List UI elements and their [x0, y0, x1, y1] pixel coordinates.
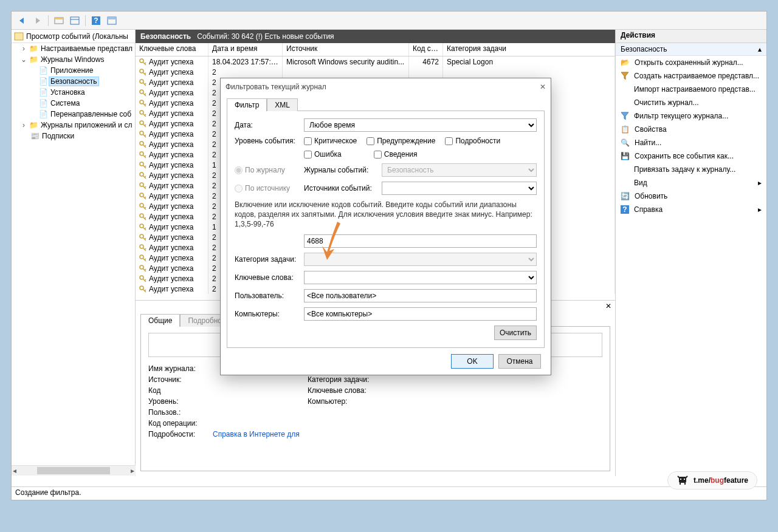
action-clear-log[interactable]: Очистить журнал...	[616, 96, 766, 109]
lbl-logname: Имя журнала:	[148, 364, 209, 373]
tree-hscroll[interactable]: ◂▸	[12, 465, 136, 476]
chk-verbose[interactable]: Подробности	[445, 137, 500, 145]
chevron-right-icon: ▸	[758, 205, 762, 214]
folder-open-icon: 📂	[621, 58, 630, 67]
keywords-select[interactable]	[304, 271, 537, 284]
lbl-user: Пользов.:	[148, 408, 209, 417]
svg-text:?: ?	[94, 16, 98, 25]
action-create-view[interactable]: Создать настраиваемое представл...	[616, 69, 766, 83]
svg-rect-40	[684, 483, 686, 485]
lbl-keywords: Ключевые слова:	[235, 273, 301, 282]
ok-button[interactable]: OK	[451, 354, 494, 369]
tab-xml[interactable]: XML	[267, 98, 298, 111]
close-icon[interactable]: ✕	[605, 302, 611, 310]
actions-section[interactable]: Безопасность▴	[616, 43, 766, 56]
folder-icon: 📁	[29, 120, 38, 130]
col-task[interactable]: Категория задачи	[443, 43, 615, 56]
col-code[interactable]: Код со...	[409, 43, 443, 56]
lbl-opcode: Код операции:	[148, 419, 209, 428]
svg-rect-1	[55, 18, 63, 19]
action-attach-task[interactable]: Привязать задачу к журналу...	[616, 163, 766, 176]
refresh-icon: 🔄	[621, 192, 630, 200]
help-icon[interactable]: ?	[89, 14, 103, 27]
action-find[interactable]: 🔍Найти...	[616, 136, 766, 149]
actions-pane: Действия Безопасность▴ 📂Открыть сохранен…	[616, 30, 766, 476]
svg-rect-35	[680, 479, 681, 480]
clear-button[interactable]: Очистить	[494, 326, 537, 340]
funnel-icon	[621, 72, 629, 80]
tree-windows-logs[interactable]: ⌄📁Журналы Windows	[12, 54, 135, 65]
tree-security[interactable]: 📄Безопасность	[12, 76, 135, 87]
action-open-saved[interactable]: 📂Открыть сохраненный журнал...	[616, 56, 766, 69]
lbl-taskcat: Категория задачи:	[308, 375, 374, 384]
cancel-button[interactable]: Отмена	[498, 354, 541, 369]
save-icon: 💾	[621, 152, 630, 160]
lbl-date: Дата:	[235, 121, 301, 129]
log-icon: 📄	[38, 109, 48, 119]
table-row[interactable]: Аудит успеха 18.04.2023 17:57:52 Microso…	[136, 56, 615, 67]
col-source[interactable]: Источник	[283, 43, 409, 56]
chk-warning[interactable]: Предупреждение	[367, 137, 435, 145]
action-properties[interactable]: 📋Свойства	[616, 123, 766, 136]
action-view[interactable]: Вид▸	[616, 176, 766, 189]
lbl-level: Уровень:	[148, 397, 209, 406]
tab-filter[interactable]: Фильтр	[227, 98, 267, 111]
collapse-icon: ▴	[758, 45, 762, 53]
tree-root[interactable]: Просмотр событий (Локальны	[12, 30, 135, 43]
event-ids-input[interactable]	[304, 234, 537, 248]
tree-system[interactable]: 📄Система	[12, 98, 135, 109]
svg-rect-2	[71, 17, 79, 24]
chk-info[interactable]: Сведения	[374, 150, 418, 159]
funnel-icon	[621, 112, 629, 120]
preview-icon[interactable]	[105, 14, 119, 27]
list-header: Безопасность Событий: 30 642 (!) Есть но…	[136, 30, 615, 43]
chk-error[interactable]: Ошибка	[304, 150, 342, 159]
tree-forwarded[interactable]: 📄Перенаправленные соб	[12, 109, 135, 120]
action-import-view[interactable]: Импорт настраиваемого представ...	[616, 83, 766, 96]
tree-setup[interactable]: 📄Установка	[12, 87, 135, 98]
action-refresh[interactable]: 🔄Обновить	[616, 189, 766, 203]
action-filter-log[interactable]: Фильтр текущего журнала...	[616, 109, 766, 123]
eventviewer-icon	[14, 32, 24, 41]
tree-subscriptions[interactable]: 📰Подписки	[12, 131, 135, 142]
chk-critical[interactable]: Критическое	[304, 137, 357, 145]
filter-dialog: Фильтровать текущий журнал ✕ Фильтр XML …	[220, 78, 551, 375]
col-keywords[interactable]: Ключевые слова	[136, 43, 208, 56]
actions-header: Действия	[616, 30, 766, 43]
lbl-evsrc: Источники событий:	[304, 184, 377, 193]
back-button[interactable]	[15, 14, 29, 27]
svg-rect-36	[684, 479, 685, 480]
folder-icon: 📁	[29, 55, 38, 64]
action-save-as[interactable]: 💾Сохранить все события как...	[616, 149, 766, 163]
props-icon: 📋	[621, 125, 630, 134]
tree-app-services[interactable]: ›📁Журналы приложений и сл	[12, 120, 135, 131]
radio-by-source: По источнику	[235, 184, 301, 193]
subs-icon: 📰	[30, 131, 40, 141]
lbl-user: Пользователь:	[235, 292, 301, 300]
lbl-evlogs: Журналы событий:	[304, 166, 377, 174]
computers-input[interactable]	[304, 307, 537, 321]
svg-rect-7	[108, 17, 116, 19]
log-icon: 📄	[38, 77, 48, 86]
help-icon: ?	[621, 205, 629, 214]
dialog-title: Фильтровать текущий журнал	[225, 83, 326, 91]
evsrc-select[interactable]	[382, 182, 537, 195]
user-input[interactable]	[304, 289, 537, 302]
properties-icon[interactable]	[68, 14, 81, 27]
forward-button[interactable]	[31, 14, 44, 27]
col-datetime[interactable]: Дата и время	[208, 43, 283, 56]
radio-by-log: По журналу	[235, 166, 301, 174]
close-icon[interactable]: ✕	[540, 83, 546, 91]
table-row[interactable]: Аудит успеха 2	[136, 67, 615, 77]
svg-line-38	[686, 476, 687, 478]
help-link[interactable]: Справка в Интернете для	[213, 430, 300, 438]
action-help[interactable]: ?Справка▸	[616, 203, 766, 216]
tree-custom-views[interactable]: ›📁Настраиваемые представл	[12, 43, 135, 54]
tree-application[interactable]: 📄Приложение	[12, 65, 135, 76]
log-icon: 📄	[38, 66, 48, 75]
lbl-level: Уровень события:	[235, 137, 301, 145]
date-select[interactable]: Любое время	[304, 118, 537, 132]
toolbar: ?	[12, 12, 766, 30]
tab-general[interactable]: Общие	[140, 314, 180, 327]
show-tree-icon[interactable]	[52, 14, 66, 27]
